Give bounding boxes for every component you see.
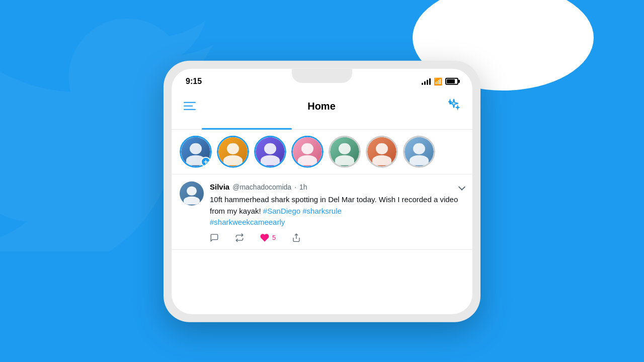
phone-screen: 9:15 📶 bbox=[172, 69, 472, 314]
tweet-handle[interactable]: @machadocomida bbox=[232, 183, 291, 191]
retweet-icon bbox=[235, 233, 244, 242]
like-count: 5 bbox=[272, 234, 276, 241]
tab-following[interactable] bbox=[322, 119, 472, 129]
story-avatar-4[interactable] bbox=[291, 136, 324, 168]
share-button[interactable] bbox=[292, 233, 301, 242]
status-icons: 📶 bbox=[422, 77, 458, 85]
story-avatar-7[interactable] bbox=[403, 136, 435, 168]
hashtag-2[interactable]: #sharksrule bbox=[302, 206, 342, 215]
hashtag-3[interactable]: #sharkweekcameearly bbox=[210, 218, 285, 226]
tweet-more-button[interactable] bbox=[459, 182, 464, 192]
phone-notch bbox=[292, 69, 352, 83]
tab-bar bbox=[172, 119, 472, 130]
sparkle-button[interactable] bbox=[447, 98, 460, 114]
wifi-icon: 📶 bbox=[434, 77, 442, 85]
phone-mockup: 9:15 📶 bbox=[164, 61, 480, 322]
comment-icon bbox=[210, 233, 219, 242]
comment-button[interactable] bbox=[210, 233, 219, 242]
chevron-down-icon bbox=[458, 184, 465, 191]
tweet-item: Silvia @machadocomida · 1h 10ft hammerhe… bbox=[172, 174, 472, 250]
story-avatar-2[interactable] bbox=[217, 136, 249, 168]
tweet-separator: · bbox=[294, 183, 296, 191]
hashtag-1[interactable]: #SanDiego bbox=[263, 206, 300, 215]
story-avatar-6[interactable] bbox=[366, 136, 398, 168]
tweet-avatar[interactable] bbox=[180, 182, 204, 206]
tweet-content: Silvia @machadocomida · 1h 10ft hammerhe… bbox=[210, 182, 464, 242]
share-icon bbox=[292, 233, 301, 242]
add-story-badge: + bbox=[201, 157, 211, 167]
tweet-actions: 5 bbox=[210, 233, 464, 242]
story-avatar-5[interactable] bbox=[329, 136, 361, 168]
background: 9:15 📶 bbox=[0, 0, 644, 362]
tweet-user-info: Silvia @machadocomida · 1h bbox=[210, 183, 307, 191]
tweet-username: Silvia bbox=[210, 183, 229, 191]
like-button[interactable]: 5 bbox=[260, 233, 276, 242]
status-time: 9:15 bbox=[186, 77, 202, 86]
stories-row: + bbox=[172, 130, 472, 174]
battery-icon bbox=[445, 78, 458, 85]
retweet-button[interactable] bbox=[235, 233, 244, 242]
hamburger-menu-button[interactable] bbox=[184, 102, 196, 110]
tweet-header: Silvia @machadocomida · 1h bbox=[210, 182, 464, 192]
page-title: Home bbox=[307, 100, 336, 112]
tab-for-you[interactable] bbox=[172, 119, 322, 129]
tweet-time: 1h bbox=[299, 183, 307, 191]
story-avatar-self[interactable]: + bbox=[180, 136, 212, 168]
signal-icon bbox=[422, 78, 431, 85]
tweet-text: 10ft hammerhead shark spotting in Del Ma… bbox=[210, 194, 464, 228]
app-header: Home bbox=[172, 91, 472, 117]
heart-icon bbox=[260, 233, 269, 242]
story-avatar-3[interactable] bbox=[254, 136, 286, 168]
